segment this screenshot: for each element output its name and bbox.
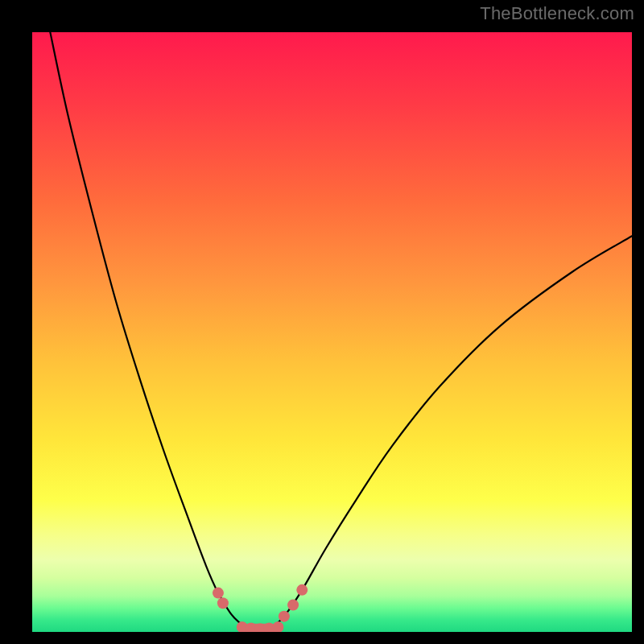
curve-right [272,236,632,627]
marker-dot [217,597,229,609]
marker-dot [287,599,299,610]
frame: TheBottleneck.com [0,0,644,644]
marker-dot [213,588,224,599]
marker-dot [279,611,290,622]
markers-left [213,588,229,609]
chart-svg [32,32,632,632]
marker-dot [296,584,308,596]
plot-area [32,32,632,632]
markers-right [279,584,308,622]
curve-left [50,32,248,627]
marker-dot [272,621,283,632]
watermark-text: TheBottleneck.com [480,3,634,24]
markers-floor [237,621,284,632]
